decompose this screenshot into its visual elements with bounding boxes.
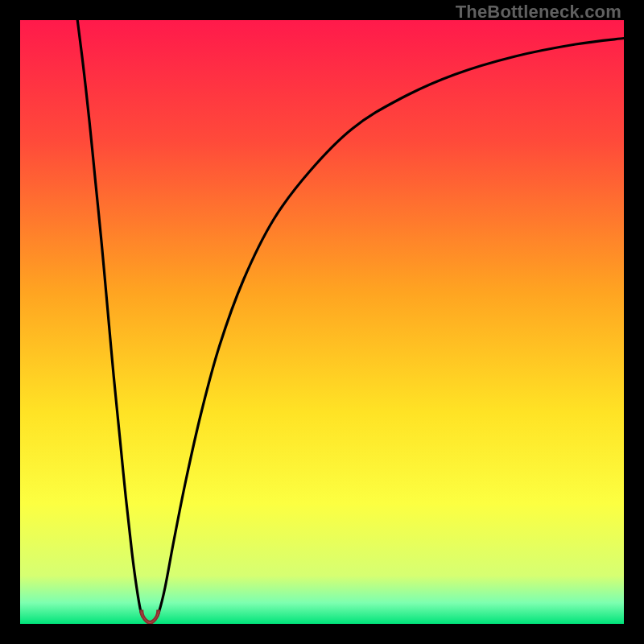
chart-svg (20, 20, 624, 624)
gradient-background (20, 20, 624, 624)
watermark-text: TheBottleneck.com (456, 2, 621, 23)
chart-frame (20, 20, 624, 624)
